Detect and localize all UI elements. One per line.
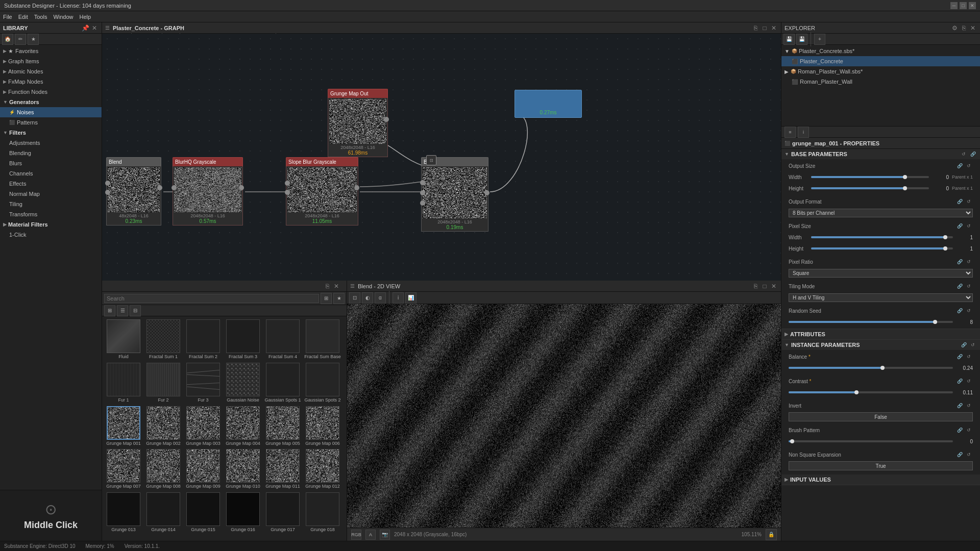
node-blurhq[interactable]: BlurHQ Grayscale 2048x2048 - L16 0.57ms — [173, 157, 243, 226]
lib-item-grunge002[interactable]: Grunge Map 002 — [145, 406, 182, 446]
tree-item-material-filters[interactable]: ▶ Material Filters — [0, 219, 102, 230]
output-format-reset[interactable]: ↺ — [965, 197, 973, 206]
pixel-ratio-select[interactable]: Square — [789, 269, 973, 278]
lib-item-grunge008[interactable]: Grunge Map 008 — [145, 449, 182, 489]
node-grunge-out[interactable]: Grunge Map Out 2048x2048 - L16 61.98ms — [328, 89, 388, 157]
lib-item-fractal4[interactable]: Fractal Sum 4 — [264, 319, 301, 360]
lib-item-grunge010[interactable]: Grunge Map 010 — [225, 449, 261, 489]
tree-item-tiling[interactable]: Tiling — [0, 199, 102, 209]
lib-item-grunge012[interactable]: Grunge Map 012 — [304, 449, 341, 489]
tree-item-effects[interactable]: Effects — [0, 179, 102, 189]
lib-item-gaussian-noise[interactable]: Gaussian Noise — [225, 363, 261, 403]
random-seed-slider[interactable] — [789, 321, 953, 323]
instance-params-link[interactable]: 🔗 — [960, 341, 968, 349]
random-seed-link[interactable]: 🔗 — [955, 307, 964, 315]
lib-item-gauss-spots2[interactable]: Gaussian Spots 2 — [304, 363, 341, 403]
instance-params-reset[interactable]: ↺ — [969, 341, 977, 349]
tree-item-patterns[interactable]: ⬛ Patterns — [0, 117, 102, 128]
output-format-select[interactable]: 8 Bits per Channel 16 Bits per Channel — [789, 209, 973, 217]
base-params-link[interactable]: 🔗 — [969, 150, 977, 158]
brush-pattern-slider[interactable] — [789, 440, 953, 442]
view2d-info[interactable]: i — [393, 292, 404, 304]
view2d-canvas[interactable] — [347, 304, 781, 528]
lib-item-grunge011[interactable]: Grunge Map 011 — [264, 449, 301, 489]
view2d-dock-button[interactable]: □ — [761, 282, 769, 290]
lib-grid-view[interactable]: ⊞ — [104, 305, 115, 316]
graph-close-button[interactable]: ✕ — [770, 24, 778, 32]
base-params-header[interactable]: ▼ BASE PARAMETERS ↺ 🔗 — [781, 149, 980, 159]
output-height-slider[interactable] — [811, 187, 929, 189]
lib-item-grunge001[interactable]: Grunge Map 001 — [105, 406, 142, 446]
lib-item-grunge016[interactable]: Grunge 016 — [225, 492, 261, 533]
lib-list-view[interactable]: ☰ — [117, 305, 128, 316]
tree-item-atomic-nodes[interactable]: ▶ Atomic Nodes — [0, 66, 102, 77]
tree-item-noises[interactable]: ⚡ Noises — [0, 107, 102, 117]
explorer-toolbar-btn[interactable]: ⚙ — [950, 24, 959, 32]
input-values-header[interactable]: ▶ INPUT VALUES — [781, 474, 980, 485]
graph-pop-button[interactable]: ⎘ — [751, 24, 760, 32]
lib-item-grunge007[interactable]: Grunge Map 007 — [105, 449, 142, 489]
brush-pattern-reset[interactable]: ↺ — [965, 426, 973, 434]
props-tab-info[interactable]: i — [798, 127, 809, 138]
view2d-pop-button[interactable]: ⎘ — [751, 282, 760, 290]
lib-item-fur1[interactable]: Fur 1 — [105, 363, 142, 403]
output-format-link[interactable]: 🔗 — [955, 197, 964, 206]
node-connector[interactable]: ⊡ — [426, 155, 436, 165]
tree-item-generators[interactable]: ▼ Generators — [0, 97, 102, 107]
node-blend-left[interactable]: Blend 48x2048 - L16 0.23ms — [106, 157, 161, 226]
pixel-width-slider[interactable] — [811, 236, 953, 238]
contrast-reset[interactable]: ↺ — [965, 377, 973, 385]
output-size-link[interactable]: 🔗 — [955, 162, 964, 170]
exp-item-roman-sbs[interactable]: ▶ 📦 Roman_Plaster_Wall.sbs* — [781, 66, 980, 77]
invert-link[interactable]: 🔗 — [955, 402, 964, 410]
non-square-reset[interactable]: ↺ — [965, 450, 973, 459]
output-width-slider[interactable] — [811, 176, 929, 178]
view2d-rgb-btn[interactable]: RGB — [351, 530, 361, 540]
tree-item-blurs[interactable]: Blurs — [0, 158, 102, 168]
lib-edit-button[interactable]: ✏ — [15, 34, 26, 45]
lib-star-filter[interactable]: ★ — [333, 293, 345, 304]
balance-reset[interactable]: ↺ — [965, 353, 973, 361]
contrast-slider[interactable] — [789, 391, 953, 393]
lib-item-grunge003[interactable]: Grunge Map 003 — [185, 406, 222, 446]
view2d-channel[interactable]: ◐ — [362, 292, 373, 304]
view2d-chart[interactable]: 📊 — [405, 292, 416, 304]
attributes-header[interactable]: ▶ ATTRIBUTES — [781, 329, 980, 339]
base-params-reset[interactable]: ↺ — [960, 150, 968, 158]
exp-item-plaster-sbs[interactable]: ▼ 📦 Plaster_Concrete.sbs* — [781, 46, 980, 56]
tree-item-transforms[interactable]: Transforms — [0, 209, 102, 219]
library-close-button[interactable]: ✕ — [90, 24, 99, 32]
tree-item-favorites[interactable]: ▶★ Favorites — [0, 46, 102, 56]
tiling-mode-reset[interactable]: ↺ — [965, 282, 973, 290]
library-pin-button[interactable]: 📌 — [81, 24, 89, 32]
view2d-alpha[interactable]: α — [375, 292, 386, 304]
minimize-button[interactable]: ─ — [950, 2, 958, 9]
lib-item-fluid[interactable]: Fluid — [105, 319, 142, 360]
balance-slider[interactable] — [789, 367, 953, 369]
lib-home-button[interactable]: 🏠 — [2, 34, 13, 45]
tree-item-blending[interactable]: Blending — [0, 148, 102, 158]
lib-item-fractalbase[interactable]: Fractal Sum Base — [304, 319, 341, 360]
maximize-button[interactable]: □ — [960, 2, 967, 9]
lib-item-grunge004[interactable]: Grunge Map 004 — [225, 406, 261, 446]
non-square-checkbox[interactable]: True — [789, 461, 973, 470]
lib-item-grunge014[interactable]: Grunge 014 — [145, 492, 182, 533]
lib-filter-button[interactable]: ⊞ — [321, 293, 332, 304]
lib-item-grunge009[interactable]: Grunge Map 009 — [185, 449, 222, 489]
brush-pattern-link[interactable]: 🔗 — [955, 426, 964, 434]
lib-item-fur3[interactable]: Fur 3 — [185, 363, 222, 403]
lib-item-grunge013[interactable]: Grunge 013 — [105, 492, 142, 533]
close-button[interactable]: ✕ — [969, 2, 976, 9]
tree-item-adjustments[interactable]: Adjustments — [0, 138, 102, 148]
menu-file[interactable]: File — [3, 14, 12, 20]
invert-checkbox[interactable]: False — [789, 412, 973, 421]
exp-item-plaster-concrete[interactable]: ⬛ Plaster_Concrete — [781, 56, 980, 66]
tree-item-channels[interactable]: Channels — [0, 168, 102, 179]
exp-add-btn[interactable]: + — [814, 34, 825, 45]
lib-star-button[interactable]: ★ — [28, 34, 39, 45]
pixel-size-reset[interactable]: ↺ — [965, 222, 973, 230]
lib-item-fur2[interactable]: Fur 2 — [145, 363, 182, 403]
lib-item-fractal1[interactable]: Fractal Sum 1 — [145, 319, 182, 360]
invert-reset[interactable]: ↺ — [965, 402, 973, 410]
node-slopeblur[interactable]: Slope Blur Grayscale 2048x2048 - L16 11.… — [286, 157, 358, 226]
